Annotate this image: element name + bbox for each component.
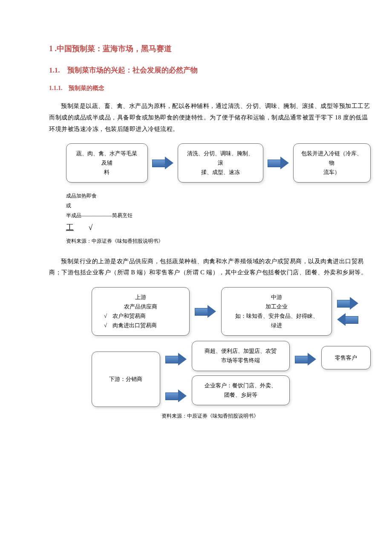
subtext-block: 成品加热即食 或 半成品——————简易烹饪	[66, 191, 371, 220]
flow-text: 蔬、肉、禽、水产等毛菜	[74, 149, 140, 158]
list-item: √ 肉禽进出口贸易商	[100, 321, 157, 330]
arrow-right-icon	[268, 157, 289, 169]
flow-text: 包装并进入冷链（冷库、物	[301, 149, 363, 168]
flow-text: 商超、便利店、加盟店、农贸	[200, 346, 282, 356]
flow-text: 流车）	[301, 168, 363, 177]
arrow-right-icon	[165, 390, 187, 401]
flow-box-midstream: 中游 加工企业 如：味知香、安井食品、好得睐、 绿进	[221, 287, 332, 336]
process-flow-diagram: 蔬、肉、禽、水产等毛菜 及辅 料 清洗、分切、调味、腌制、滚 揉、成型、速冻 包…	[66, 143, 371, 183]
flow-text: 市场等零售终端	[200, 356, 282, 365]
flow-subtitle: 农产品供应商	[124, 302, 157, 311]
symbol-line: 工 √	[66, 221, 371, 234]
flow-text: 如：味知香、安井食品、好得睐、	[229, 311, 324, 321]
flow-text: 揉、成型、速冻	[186, 168, 255, 177]
arrow-right-icon	[165, 354, 187, 365]
flow-text: 企业客户：餐饮门店、外卖、	[200, 381, 282, 390]
flow-box-raw-materials: 蔬、肉、禽、水产等毛菜 及辅 料	[66, 143, 148, 183]
flow-title: 上游	[135, 293, 146, 302]
symbol-gong: 工	[66, 223, 74, 232]
paragraph-2: 预制菜行业的上游是农产品供应商，包括蔬菜种植、肉禽和水产养殖领域的农户或贸易商，…	[49, 256, 371, 279]
supply-chain-diagram: 上游 农产品供应商 √ 农户和贸易商 √ 肉禽进出口贸易商 中游 加工企业 如：…	[92, 287, 371, 407]
flow-subtitle: 加工企业	[229, 302, 324, 311]
flow-box-downstream: 下游：分销商	[92, 352, 160, 407]
flow-text: 绿进	[229, 321, 324, 330]
paragraph-1: 预制菜是以蔬、畜、禽、水产品为原料，配以各种辅料，通过清洗、分切、调味、腌制、滚…	[49, 101, 371, 135]
heading-1: 1 .中国预制菜：蓝海市场，黑马赛道	[49, 43, 371, 55]
subtext-line: 成品加热即食	[66, 191, 371, 201]
heading-3: 1.1.1. 预制菜的概念	[49, 84, 371, 93]
flow-text: 下游：分销商	[100, 375, 152, 384]
flow-text: 清洗、分切、调味、腌制、滚	[186, 149, 255, 168]
flow-text: 零售客户	[329, 353, 363, 363]
flow-box-retail-terminal: 商超、便利店、加盟店、农贸 市场等零售终端	[192, 341, 290, 371]
flow-box-enterprise-customer: 企业客户：餐饮门店、外卖、 团餐、乡厨等	[192, 375, 290, 405]
flow-text: 及辅	[74, 158, 140, 168]
arrow-right-icon	[337, 298, 358, 309]
subtext-line: 或	[66, 201, 371, 211]
arrow-left-icon	[337, 314, 358, 325]
arrow-right-icon	[195, 306, 216, 317]
source-caption-1: 资料来源：中原证券《味知香招股说明书》	[66, 237, 371, 245]
subtext-line: 半成品——————简易烹饪	[66, 211, 371, 221]
arrow-right-icon	[152, 157, 173, 169]
flow-box-retail-customer: 零售客户	[321, 346, 371, 369]
flow-title: 中游	[229, 293, 324, 302]
flow-box-packaging: 包装并进入冷链（冷库、物 流车）	[293, 143, 371, 183]
check-icon: √	[89, 223, 93, 232]
source-caption-2: 资料来源：中原证券《味知香招股说明书》	[49, 412, 371, 420]
flow-text: 料	[74, 168, 140, 177]
arrow-right-icon	[295, 354, 316, 365]
list-item: √ 农户和贸易商	[100, 311, 146, 321]
flow-text: 团餐、乡厨等	[200, 390, 282, 400]
heading-2: 1.1. 预制菜市场的兴起：社会发展的必然产物	[49, 64, 371, 76]
flow-box-processing: 清洗、分切、调味、腌制、滚 揉、成型、速冻	[178, 143, 263, 183]
flow-box-upstream: 上游 农产品供应商 √ 农户和贸易商 √ 肉禽进出口贸易商	[92, 287, 190, 336]
